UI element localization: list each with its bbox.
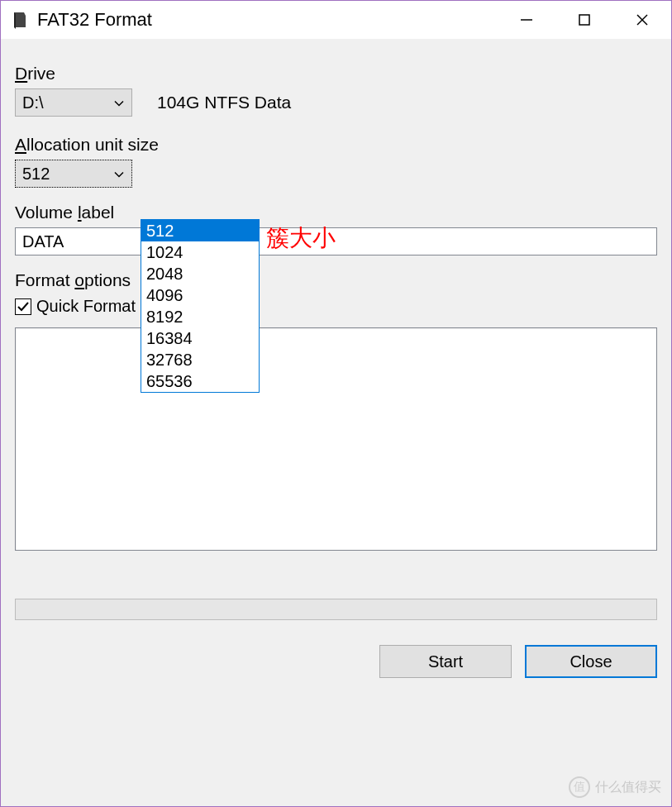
allocation-option[interactable]: 4096 <box>141 284 259 306</box>
allocation-option[interactable]: 32768 <box>141 349 259 370</box>
quick-format-row[interactable]: Quick Format <box>15 297 657 316</box>
maximize-button[interactable] <box>555 1 613 39</box>
quick-format-checkbox[interactable] <box>15 298 31 315</box>
output-textarea[interactable] <box>15 327 657 551</box>
drive-selected-value: D:\ <box>22 93 44 112</box>
watermark-text: 什么值得买 <box>595 779 661 796</box>
volume-section: Volume label DATA <box>15 203 657 255</box>
chevron-down-icon <box>113 93 125 112</box>
allocation-option[interactable]: 1024 <box>141 241 259 263</box>
minimize-icon <box>519 12 534 27</box>
allocation-label: Allocation unit size <box>15 135 657 155</box>
format-options-section: Format options Quick Format <box>15 270 657 316</box>
quick-format-label: Quick Format <box>36 297 136 316</box>
maximize-icon <box>577 12 592 27</box>
close-window-button[interactable] <box>613 1 671 39</box>
drive-info-text: 104G NTFS Data <box>157 93 291 112</box>
check-icon <box>17 300 30 313</box>
volume-label-value: DATA <box>22 232 64 251</box>
svg-marker-0 <box>14 12 26 27</box>
app-icon <box>9 10 29 30</box>
close-button[interactable]: Close <box>525 645 657 678</box>
allocation-option[interactable]: 16384 <box>141 327 259 349</box>
minimize-button[interactable] <box>498 1 555 39</box>
watermark-icon: 值 <box>569 776 590 798</box>
allocation-dropdown-list[interactable]: 512 1024 2048 4096 8192 16384 32768 6553… <box>141 219 260 393</box>
titlebar: FAT32 Format <box>1 1 671 39</box>
allocation-selected-value: 512 <box>22 165 50 184</box>
volume-label-text: Volume label <box>15 203 657 222</box>
allocation-option[interactable]: 512 <box>141 220 259 241</box>
app-window: FAT32 Format Drive D:\ 104G NTFS Data <box>0 0 672 807</box>
chevron-down-icon <box>113 165 125 184</box>
progress-bar <box>15 599 657 620</box>
allocation-section: Allocation unit size 512 <box>15 135 657 188</box>
window-controls <box>498 1 671 39</box>
allocation-option[interactable]: 8192 <box>141 306 259 327</box>
svg-rect-3 <box>579 15 589 25</box>
drive-label: Drive <box>15 64 657 84</box>
window-title: FAT32 Format <box>37 9 498 31</box>
annotation-text: 簇大小 <box>266 222 336 254</box>
client-area: Drive D:\ 104G NTFS Data Allocation unit… <box>2 39 670 805</box>
button-row: Start Close <box>15 645 657 678</box>
allocation-option[interactable]: 65536 <box>141 370 259 392</box>
volume-label-input[interactable]: DATA <box>15 227 657 255</box>
watermark: 值 什么值得买 <box>569 776 661 798</box>
allocation-combobox[interactable]: 512 <box>15 160 132 188</box>
drive-section: Drive D:\ 104G NTFS Data <box>15 64 657 117</box>
start-button[interactable]: Start <box>379 645 512 678</box>
drive-combobox[interactable]: D:\ <box>15 88 132 117</box>
format-options-label: Format options <box>15 270 657 290</box>
close-icon <box>635 12 650 27</box>
allocation-option[interactable]: 2048 <box>141 263 259 284</box>
svg-marker-1 <box>14 12 16 29</box>
